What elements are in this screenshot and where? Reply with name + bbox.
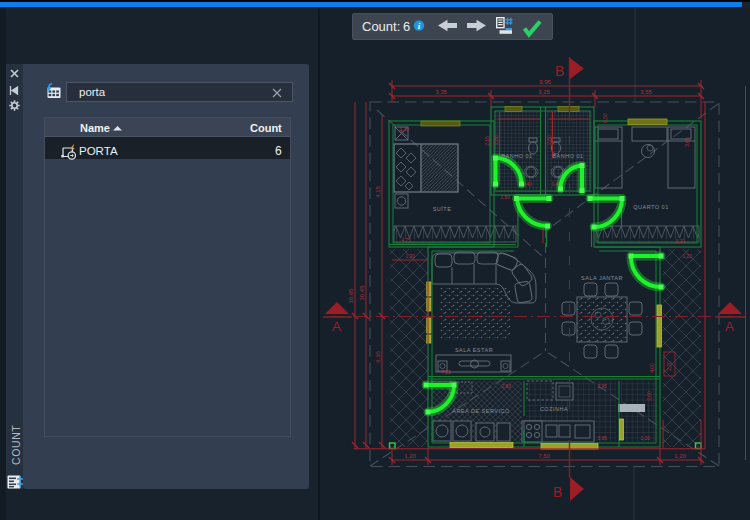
svg-text:3,55: 3,55 [640,89,652,95]
svg-text:3,65: 3,65 [684,137,690,147]
svg-text:1,20: 1,20 [682,253,692,259]
svg-text:COUNT: COUNT [10,425,22,465]
svg-text:3,95: 3,95 [597,435,607,441]
svg-text:3,25: 3,25 [538,89,550,95]
svg-text:2,15: 2,15 [484,136,490,146]
svg-text:A: A [332,319,341,334]
svg-text:10,95: 10,95 [348,288,354,304]
svg-text:6,30: 6,30 [375,351,381,363]
svg-text:BANHO 01: BANHO 01 [501,153,532,159]
svg-text:4,15: 4,15 [375,186,381,198]
svg-text:2,80: 2,80 [546,135,552,145]
svg-text:A: A [725,319,734,334]
svg-text:SALA JANTAR: SALA JANTAR [581,275,623,281]
svg-text:10,45: 10,45 [359,285,365,301]
svg-text:1,20: 1,20 [404,453,416,459]
svg-text:7,50: 7,50 [538,453,550,459]
svg-text:3,20: 3,20 [399,126,409,132]
svg-text:1,20: 1,20 [640,435,650,441]
svg-text:BANHO 01: BANHO 01 [552,153,583,159]
svg-text:2,00: 2,00 [646,391,652,401]
svg-text:0,50: 0,50 [602,113,608,123]
svg-text:1,20: 1,20 [405,253,415,259]
svg-text:ÁREA DE SERVIÇO: ÁREA DE SERVIÇO [452,408,510,414]
svg-text:B: B [555,63,564,79]
svg-text:2,20: 2,20 [666,361,672,371]
svg-text:2,80: 2,80 [493,135,499,145]
svg-text:3,20: 3,20 [675,238,685,244]
svg-text:3,35: 3,35 [435,89,447,95]
svg-text:2,80: 2,80 [501,383,511,389]
svg-text:4,75: 4,75 [401,237,411,243]
svg-text:SALA ESTAR: SALA ESTAR [455,347,493,353]
svg-text:1,50: 1,50 [500,194,510,200]
svg-text:1,20: 1,20 [674,453,686,459]
svg-text:QUARTO 01: QUARTO 01 [633,204,668,210]
svg-text:7,25: 7,25 [441,369,451,375]
svg-text:4,00: 4,00 [649,363,655,373]
svg-text:SUÍTE: SUÍTE [433,206,452,212]
svg-text:9,95: 9,95 [539,79,551,85]
svg-text:COZINHA: COZINHA [540,406,568,412]
svg-text:B: B [553,484,562,500]
svg-text:2,95: 2,95 [597,383,607,389]
